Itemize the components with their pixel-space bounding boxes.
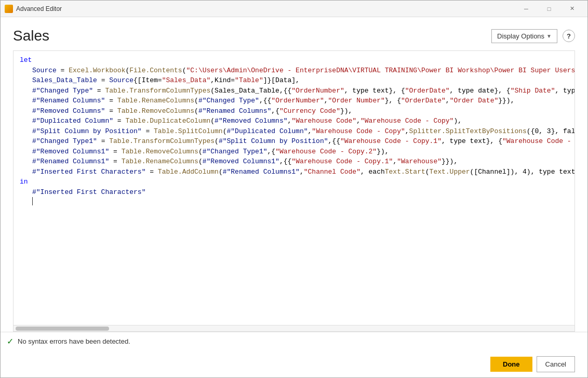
main-content: Sales Display Options ▼ ? let bbox=[1, 17, 587, 332]
done-button[interactable]: Done bbox=[490, 357, 532, 372]
title-bar-left: Advanced Editor bbox=[5, 5, 62, 13]
code-line-split-column: #"Split Column by Position" = Table.Spli… bbox=[14, 126, 574, 137]
maximize-icon: □ bbox=[547, 6, 551, 12]
status-message: No syntax errors have been detected. bbox=[18, 337, 130, 345]
code-editor[interactable]: let Source = Excel.Workbook(File.Content… bbox=[13, 50, 575, 332]
title-bar: Advanced Editor ─ □ ✕ bbox=[1, 1, 587, 17]
code-line-result: #"Inserted First Characters" bbox=[14, 187, 574, 198]
maximize-button[interactable]: □ bbox=[538, 1, 560, 17]
advanced-editor-window: Advanced Editor ─ □ ✕ Sales Display Opti… bbox=[0, 0, 588, 378]
minimize-icon: ─ bbox=[524, 6, 528, 12]
code-line-renamed-columns1: #"Renamed Columns1" = Table.RenameColumn… bbox=[14, 157, 574, 167]
horizontal-scrollbar-area bbox=[14, 325, 574, 331]
code-line-removed-columns: #"Removed Columns" = Table.RemoveColumns… bbox=[14, 106, 574, 116]
close-icon: ✕ bbox=[570, 5, 574, 12]
code-line-in: in bbox=[14, 177, 574, 187]
status-bar: ✓ No syntax errors have been detected. bbox=[1, 332, 587, 350]
code-line-sales-data-table: Sales_Data_Table = Source{[Item="Sales_D… bbox=[14, 75, 574, 86]
window-title: Advanced Editor bbox=[16, 5, 62, 12]
chevron-down-icon: ▼ bbox=[546, 33, 552, 39]
code-line-inserted-chars: #"Inserted First Characters" = Table.Add… bbox=[14, 167, 574, 177]
code-line-changed-type: #"Changed Type" = Table.TransformColumnT… bbox=[14, 86, 574, 96]
header-row: Sales Display Options ▼ ? bbox=[13, 28, 575, 44]
close-button[interactable]: ✕ bbox=[560, 1, 583, 17]
horizontal-scrollbar[interactable] bbox=[16, 327, 109, 331]
code-content[interactable]: let Source = Excel.Workbook(File.Content… bbox=[14, 51, 574, 325]
display-options-label: Display Options bbox=[497, 32, 544, 40]
code-line-let: let bbox=[14, 55, 574, 66]
minimize-button[interactable]: ─ bbox=[515, 1, 538, 17]
code-line-renamed-columns: #"Renamed Columns" = Table.RenameColumns… bbox=[14, 96, 574, 106]
help-icon: ? bbox=[567, 32, 571, 40]
check-icon: ✓ bbox=[7, 336, 14, 346]
query-title: Sales bbox=[13, 28, 49, 44]
text-cursor bbox=[32, 197, 33, 205]
code-line-source: Source = Excel.Workbook(File.Contents("C… bbox=[14, 66, 574, 76]
code-line-removed-columns1: #"Removed Columns1" = Table.RemoveColumn… bbox=[14, 147, 574, 157]
cancel-button[interactable]: Cancel bbox=[537, 356, 575, 372]
footer: Done Cancel bbox=[1, 350, 587, 377]
header-right: Display Options ▼ ? bbox=[491, 29, 575, 43]
title-bar-controls: ─ □ ✕ bbox=[515, 1, 583, 17]
code-line-duplicated-column: #"Duplicated Column" = Table.DuplicateCo… bbox=[14, 116, 574, 126]
code-line-changed-type1: #"Changed Type1" = Table.TransformColumn… bbox=[14, 136, 574, 147]
code-line-cursor bbox=[14, 197, 574, 213]
display-options-button[interactable]: Display Options ▼ bbox=[491, 29, 557, 43]
app-icon bbox=[5, 5, 13, 13]
help-button[interactable]: ? bbox=[563, 30, 575, 42]
